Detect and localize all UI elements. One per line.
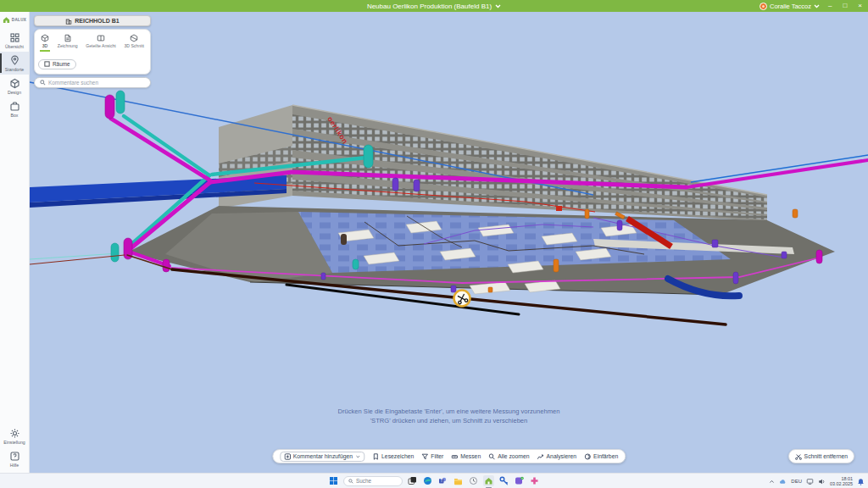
add-comment-button[interactable]: Kommentar hinzufügen [280,452,364,462]
remove-section-label: Schnitt entfernen [804,453,848,459]
tab-3d-schnitt[interactable]: 3D Schnitt [124,33,146,52]
project-title-dropdown[interactable]: Neubau Oerlikon Produktion (Baufeld B1) [0,0,868,12]
model-viewport[interactable]: oerlikon [30,12,868,473]
3d-model-scene: oerlikon [30,12,868,473]
left-sidebar: DALUX Übersicht Standorte Design Box Ein… [0,12,30,473]
toolbar-label: Messen [460,453,481,459]
dalux-house-icon [3,16,10,24]
tab-label: Zeichnung [58,43,78,48]
magnifier-icon [488,453,495,460]
grid-icon [9,32,20,43]
bookmarks-button[interactable]: Lesezeichen [372,453,414,460]
user-menu[interactable]: Coralie Taccoz [760,3,820,10]
notification-bell-icon[interactable] [857,478,865,485]
search-icon [348,479,353,484]
health-app-button[interactable] [529,475,540,486]
tab-3d[interactable]: 3D [40,33,50,52]
sidebar-item-design[interactable]: Design [0,75,29,97]
tray-chevron-up-icon[interactable] [769,479,775,485]
sidebar-item-label: Standorte [5,67,25,72]
sidebar-item-uebersicht[interactable]: Übersicht [0,29,29,52]
analyze-button[interactable]: Analysieren [537,453,577,460]
clock-app-button[interactable] [468,475,479,486]
folder-icon [453,476,463,485]
dalux-logo-text: DALUX [12,18,26,22]
measure-button[interactable]: Messen [451,453,481,460]
svg-text:T: T [440,479,442,483]
sidebar-item-label: Einstellung [3,440,25,445]
cube-section-icon [130,34,138,42]
location-pin-icon [9,55,20,66]
toolbar-label: Analysieren [547,453,577,459]
taskbar-search[interactable]: Suche [343,476,403,486]
window-close-button[interactable]: × [855,0,865,12]
teams-icon: T [438,476,448,485]
network-icon[interactable] [806,478,814,485]
sidebar-item-standorte[interactable]: Standorte [0,52,29,75]
project-title: Neubau Oerlikon Produktion (Baufeld B1) [367,3,492,10]
sidebar-item-label: Hilfe [10,463,19,468]
tab-zeichnung[interactable]: Zeichnung [57,33,79,52]
comment-search-input[interactable] [48,80,145,86]
start-button[interactable] [328,475,339,486]
window-minimize-button[interactable]: – [826,0,834,12]
teams-button[interactable]: T [437,475,448,486]
user-name: Coralie Taccoz [770,3,811,10]
taskbar-search-placeholder: Suche [356,478,371,484]
file-explorer-button[interactable] [453,475,464,486]
cube-3d-icon [41,34,49,42]
rooms-button[interactable]: Räume [38,59,76,69]
section-plane-handle[interactable] [454,291,470,307]
dalux-house-icon [484,476,493,485]
task-view-button[interactable] [407,475,418,486]
filter-button[interactable]: Filter [421,453,443,460]
bluebeam-app-button[interactable] [498,475,509,486]
sidebar-item-label: Übersicht [5,44,24,49]
tab-geteilte-ansicht[interactable]: Geteilte Ansicht [85,33,116,52]
toolbar-label: Kommentar hinzufügen [293,453,353,459]
bookmark-icon [372,453,379,460]
toolbar-label: Alle zoomen [498,453,529,459]
location-panel: REICHHOLD B1 3D Zeichnung Geteilte Ansic… [34,15,151,88]
help-icon [9,451,20,462]
chevron-down-icon [355,454,360,459]
sidebar-item-einstellung[interactable]: Einstellung [0,424,29,447]
paint-icon [584,453,591,460]
user-avatar [760,3,767,10]
tray-date: 03.02.2025 [830,481,853,486]
window-maximize-button[interactable]: □ [840,0,849,12]
tray-clock[interactable]: 18:01 03.02.2025 [830,476,853,486]
magenta-cross-icon [530,476,539,485]
cube-icon [9,78,20,89]
loop-app-button[interactable] [514,475,525,486]
zoom-all-button[interactable]: Alle zoomen [488,453,529,460]
volume-icon[interactable] [818,478,826,485]
tab-label: 3D [42,43,48,48]
analyze-chart-icon [537,453,544,460]
sidebar-item-box[interactable]: Box [0,97,29,120]
key-icon [499,476,509,485]
building-icon [65,18,72,25]
sidebar-item-label: Design [8,90,21,95]
tray-language[interactable]: DEU [791,479,802,484]
building-selector-button[interactable]: REICHHOLD B1 [34,15,151,26]
edge-browser-button[interactable] [422,475,433,486]
split-view-icon [97,34,105,42]
chevron-down-icon [495,4,501,8]
clock-icon [469,476,478,485]
onedrive-cloud-icon[interactable] [779,478,787,485]
colorize-button[interactable]: Einfärben [584,453,618,460]
blue-utility-line-right [691,155,868,182]
box-icon [9,101,20,112]
sidebar-item-label: Box [11,113,19,118]
comment-search-box [34,77,151,88]
section-slab [127,206,835,295]
sidebar-item-hilfe[interactable]: Hilfe [0,447,29,473]
building-selector-label: REICHHOLD B1 [75,18,120,24]
filter-funnel-icon [421,453,428,460]
comment-add-icon [284,453,291,460]
view-mode-card: 3D Zeichnung Geteilte Ansicht 3D Schnitt [34,29,151,75]
remove-section-button[interactable]: Schnitt entfernen [788,449,854,463]
scissors-icon [795,453,802,460]
dalux-app-button[interactable] [483,475,494,486]
